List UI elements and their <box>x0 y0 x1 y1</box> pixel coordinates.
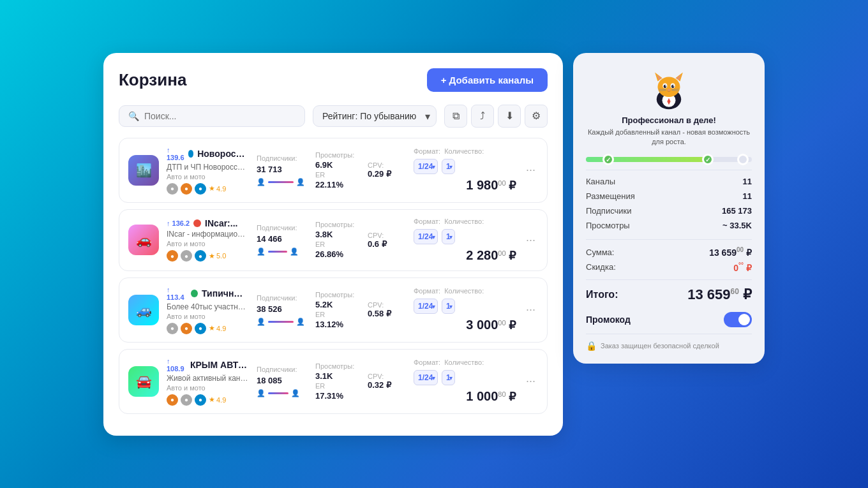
er-value: 17.31% <box>315 391 360 401</box>
format-label: Формат: <box>414 218 440 225</box>
more-options-button[interactable]: ··· <box>523 233 538 247</box>
views-value: 3.8K <box>315 230 360 239</box>
qty-label: Количество: <box>444 359 484 366</box>
rating-value: 4.9 <box>216 396 226 404</box>
download-button[interactable]: ⬇ <box>498 105 521 128</box>
badge-1: ● <box>167 323 178 334</box>
channel-rank: ↑ 139.6 <box>167 146 184 161</box>
qty-select[interactable]: 1 <box>442 370 455 385</box>
price-sup: 80 <box>498 390 505 398</box>
telegram-icon <box>188 150 194 158</box>
format-select[interactable]: 1/24 <box>414 159 438 174</box>
rating-value: 5.0 <box>216 252 226 260</box>
qty-label: Количество: <box>444 218 484 225</box>
format-label: Формат: <box>414 359 440 366</box>
format-select-wrapper: 1/24 <box>414 299 438 314</box>
progress-bar: ✓ ✓ <box>586 157 752 162</box>
more-options-button[interactable]: ··· <box>523 303 538 316</box>
subscribers-block: Подписчики: 14 466 👤 👤 <box>257 224 308 256</box>
svg-point-4 <box>658 77 680 97</box>
channel-rank: ↑ 113.4 <box>167 286 187 301</box>
placements-stat: Размещения 11 <box>586 191 752 201</box>
price-block: 2 28000 ₽ <box>414 248 516 263</box>
badge-1: ● <box>167 394 178 406</box>
promo-row: Промокод <box>586 312 752 327</box>
format-select[interactable]: 1/24 <box>414 299 438 314</box>
rating-value: 4.9 <box>216 325 226 332</box>
star-rating: ★ 4.9 <box>209 324 226 332</box>
badge-3: ● <box>195 323 206 334</box>
cpv-value: 0.29 ₽ <box>368 169 406 179</box>
channel-name: КРЫМ АВТО РУ <box>190 360 249 370</box>
svg-point-12 <box>671 84 674 87</box>
star-rating: ★ 4.9 <box>209 396 226 404</box>
format-block: Формат: Количество: 1/24 1 <box>414 359 516 404</box>
qty-label: Количество: <box>444 147 484 155</box>
page-title: Корзина <box>119 70 186 90</box>
channel-info: ↑ 136.2 INcar:... INcar - информационный… <box>167 218 249 262</box>
views-stat: Просмотры ~ 33.5K <box>586 221 752 230</box>
cpv-block: CPV: 0.29 ₽ <box>368 161 406 179</box>
table-row: 🚗 ↑ 136.2 INcar:... INcar - информационн… <box>119 209 548 271</box>
svg-point-15 <box>668 89 670 91</box>
more-options-button[interactable]: ··· <box>523 163 538 177</box>
channel-desc: Более 40тыс участников... <box>167 302 249 311</box>
channel-rank: ↑ 136.2 <box>167 219 190 227</box>
add-channels-button[interactable]: + Добавить каналы <box>427 68 548 92</box>
search-input[interactable] <box>144 111 296 121</box>
stats-list: Каналы 11 Размещения 11 Подписчики 165 1… <box>586 177 752 230</box>
cpv-value: 0.6 ₽ <box>368 239 406 249</box>
subscribers-block: Подписчики: 18 085 👤 👤 <box>257 366 308 397</box>
person-icon: 👤 <box>257 248 266 256</box>
share-button[interactable]: ⤴ <box>471 105 494 128</box>
views-label: Просмотры: <box>315 362 360 370</box>
channel-badges: ● ● ● ★ 4.9 <box>167 394 249 406</box>
divider-3 <box>586 279 752 280</box>
format-select[interactable]: 1/24 <box>414 229 438 244</box>
views-label: Просмотры <box>586 221 630 230</box>
format-select[interactable]: 1/24 <box>414 370 438 385</box>
channels-value: 11 <box>743 177 752 186</box>
price-block: 1 00080 ₽ <box>414 389 516 404</box>
format-block: Формат: Количество: 1/24 1 <box>414 147 516 193</box>
rating-value: 4.9 <box>216 185 226 193</box>
views-label: Просмотры: <box>315 151 360 159</box>
subscribers-block: Подписчики: 38 526 👤 👤 <box>257 294 308 326</box>
channel-badges: ● ● ● ★ 5.0 <box>167 250 249 262</box>
promo-toggle[interactable] <box>724 312 752 327</box>
qty-select[interactable]: 1 <box>442 299 455 314</box>
secure-row: 🔒 Заказ защищен безопасной сделкой <box>586 341 752 351</box>
divider-4 <box>586 334 752 334</box>
placements-value: 11 <box>743 191 752 201</box>
mascot-title: Профессионал в деле! <box>622 115 716 125</box>
subscribers-block: Подписчики: 31 713 👤 👤 <box>257 154 308 186</box>
cpv-block: CPV: 0.58 ₽ <box>368 301 406 318</box>
views-value: 3.1K <box>315 371 360 381</box>
telegram-icon <box>193 219 201 227</box>
sub-bar <box>268 321 294 323</box>
cart-panel: Корзина + Добавить каналы 🔍 Рейтинг: По … <box>103 53 563 436</box>
channel-name: Новороссийск... <box>197 149 249 159</box>
qty-select[interactable]: 1 <box>442 229 455 244</box>
total-row: Итого: 13 65960 ₽ <box>586 286 752 303</box>
price-block: 1 98000 ₽ <box>414 178 516 193</box>
star-icon: ★ <box>209 396 215 404</box>
price-sup: 00 <box>498 179 505 187</box>
copy-button[interactable]: ⧉ <box>444 105 467 128</box>
cpv-label: CPV: <box>368 232 406 239</box>
sub-value: 38 526 <box>257 304 308 314</box>
badge-2: ● <box>181 183 192 195</box>
sum-value: 13 65900 ₽ <box>709 246 752 258</box>
discount-label: Скидка: <box>586 262 616 272</box>
cart-header: Корзина + Добавить каналы <box>119 68 548 92</box>
price-value: 1 980 <box>466 178 498 192</box>
sort-select[interactable]: Рейтинг: По убыванию <box>313 105 437 127</box>
views-block: Просмотры: 3.1K ER 17.31% <box>315 362 360 401</box>
more-options-button[interactable]: ··· <box>523 374 538 388</box>
settings-button[interactable]: ⚙ <box>525 105 548 128</box>
star-rating: ★ 5.0 <box>209 252 226 260</box>
mascot-image <box>647 66 691 110</box>
channel-desc: INcar - информационный... <box>167 230 249 239</box>
qty-select[interactable]: 1 <box>442 159 455 174</box>
channel-category: Авто и мото <box>167 384 249 392</box>
